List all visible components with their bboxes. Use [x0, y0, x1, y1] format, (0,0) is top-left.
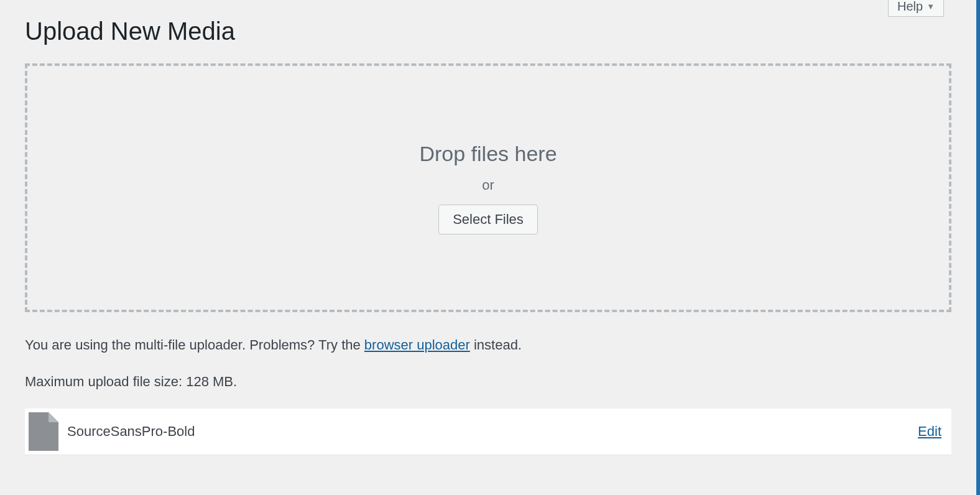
select-files-button[interactable]: Select Files [438, 205, 538, 234]
drop-files-text: Drop files here [419, 142, 557, 166]
uploader-note-suffix: instead. [470, 337, 522, 353]
file-icon [29, 412, 58, 451]
uploader-note: You are using the multi-file uploader. P… [25, 335, 951, 355]
file-name: SourceSansPro-Bold [67, 423, 909, 440]
drop-zone[interactable]: Drop files here or Select Files [25, 63, 951, 312]
help-label: Help [897, 0, 923, 12]
page-title: Upload New Media [25, 0, 951, 63]
help-tab[interactable]: Help ▼ [888, 0, 944, 17]
edit-link[interactable]: Edit [918, 423, 941, 440]
media-item: SourceSansPro-Bold Edit [25, 409, 951, 455]
chevron-down-icon: ▼ [927, 2, 935, 11]
uploader-note-prefix: You are using the multi-file uploader. P… [25, 337, 364, 353]
max-upload-size: Maximum upload file size: 128 MB. [25, 374, 951, 390]
browser-uploader-link[interactable]: browser uploader [364, 337, 470, 353]
or-text: or [482, 177, 494, 193]
